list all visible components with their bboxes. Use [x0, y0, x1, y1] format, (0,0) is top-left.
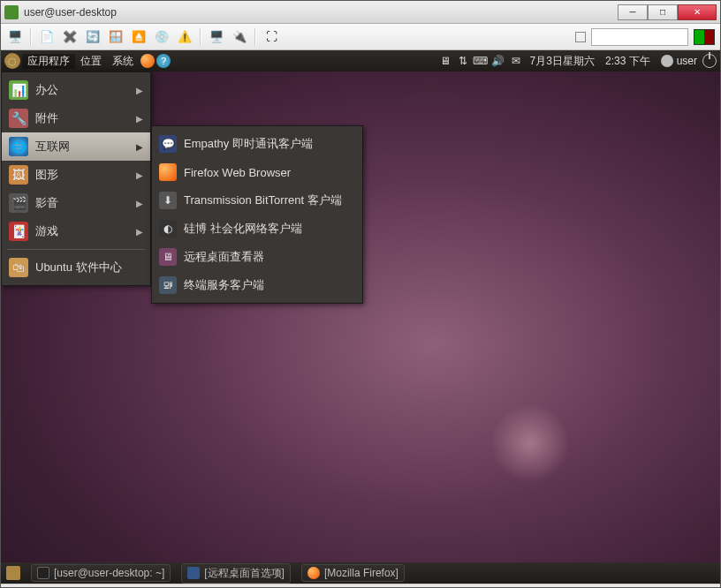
- guest-desktop[interactable]: ◌ 应用程序 位置 系统 ? 🖥 ⇅ ⌨ 🔊 ✉ 7月3日星期六 2:33 下午…: [1, 50, 720, 584]
- taskbar-item-terminal[interactable]: [user@user-desktop: ~]: [31, 564, 171, 582]
- firefox-icon: [159, 163, 177, 181]
- menu-label: 影音: [35, 195, 58, 211]
- checkbox[interactable]: [575, 32, 586, 42]
- menu-label: Ubuntu 软件中心: [35, 260, 122, 275]
- separator: [200, 28, 201, 46]
- submenu-arrow-icon: ▶: [136, 170, 143, 180]
- host-title: user@user-desktop: [24, 6, 618, 19]
- submenu-label: Firefox Web Browser: [184, 166, 291, 179]
- remote-desktop-icon: 🖥: [159, 248, 177, 266]
- submenu-label: Empathy 即时通讯客户端: [184, 136, 313, 152]
- gnome-top-panel: ◌ 应用程序 位置 系统 ? 🖥 ⇅ ⌨ 🔊 ✉ 7月3日星期六 2:33 下午…: [1, 50, 720, 72]
- network-icon[interactable]: 🔌: [231, 28, 248, 46]
- submenu-item-gwibber[interactable]: ◐ 硅博 社会化网络客户端: [152, 215, 362, 243]
- menu-item-internet[interactable]: 🌐 互联网 ▶: [2, 132, 150, 161]
- firefox-launcher-icon[interactable]: [140, 54, 155, 68]
- host-titlebar[interactable]: user@user-desktop ─ □ ✕: [1, 1, 720, 24]
- host-app-icon: [4, 5, 19, 19]
- submenu-item-firefox[interactable]: Firefox Web Browser: [152, 158, 362, 186]
- show-desktop-button[interactable]: [6, 566, 20, 580]
- menu-label: 游戏: [35, 223, 58, 239]
- disc-icon[interactable]: 💿: [153, 28, 171, 46]
- submenu-arrow-icon: ▶: [136, 142, 143, 152]
- menu-item-games[interactable]: 🃏 游戏 ▶: [2, 217, 150, 245]
- time-label[interactable]: 2:33 下午: [600, 54, 656, 69]
- menu-item-accessories[interactable]: 🔧 附件 ▶: [2, 104, 150, 132]
- help-icon[interactable]: ?: [156, 54, 171, 68]
- separator: [30, 28, 32, 46]
- screencast-icon[interactable]: 🖥️: [208, 28, 225, 46]
- transmission-icon: ⬇: [159, 192, 177, 209]
- username-label: user: [677, 55, 697, 67]
- menu-item-sound[interactable]: 🎬 影音 ▶: [2, 189, 150, 217]
- submenu-arrow-icon: ▶: [136, 199, 143, 208]
- submenu-item-terminal-server[interactable]: 🖳 终端服务客户端: [152, 271, 362, 299]
- separator: [254, 28, 256, 46]
- taskbar-item-remote-prefs[interactable]: [远程桌面首选项]: [181, 563, 291, 584]
- accessories-icon: 🔧: [9, 109, 28, 128]
- graphics-icon: 🖼: [9, 165, 28, 185]
- system-menu[interactable]: 系统: [107, 54, 139, 69]
- network-status-icon[interactable]: ⇅: [454, 55, 472, 67]
- power-icon[interactable]: [702, 54, 717, 68]
- warning-icon[interactable]: ⚠️: [176, 28, 194, 46]
- eject-icon[interactable]: ⏏️: [130, 28, 148, 46]
- refresh-icon[interactable]: 🔄: [84, 28, 102, 46]
- terminal-server-icon: 🖳: [159, 276, 177, 294]
- submenu-arrow-icon: ▶: [136, 86, 143, 95]
- task-label: [Mozilla Firefox]: [324, 567, 398, 579]
- submenu-label: 硅博 社会化网络客户端: [184, 221, 302, 237]
- menu-item-graphics[interactable]: 🖼 图形 ▶: [2, 161, 150, 189]
- volume-icon[interactable]: 🔊: [490, 55, 507, 67]
- empathy-icon: 💬: [159, 135, 177, 153]
- maximize-button[interactable]: □: [648, 4, 678, 20]
- date-label[interactable]: 7月3日星期六: [525, 54, 600, 69]
- submenu-item-remote-desktop[interactable]: 🖥 远程桌面查看器: [152, 243, 362, 271]
- monitor-icon[interactable]: 🖥️: [6, 28, 24, 46]
- office-icon: 📊: [9, 80, 28, 100]
- windows-icon[interactable]: 🪟: [107, 28, 125, 46]
- submenu-label: 远程桌面查看器: [184, 249, 264, 265]
- host-statusbar: [1, 584, 720, 587]
- gnome-bottom-panel: [user@user-desktop: ~] [远程桌面首选项] [Mozill…: [1, 562, 720, 584]
- wallpaper-glow: [490, 403, 570, 483]
- sound-icon: 🎬: [9, 193, 28, 213]
- applications-menu[interactable]: 应用程序: [22, 54, 75, 69]
- keyboard-icon[interactable]: ⌨: [472, 55, 490, 67]
- menu-item-software-center[interactable]: 🛍 Ubuntu 软件中心: [2, 253, 150, 282]
- settings-icon[interactable]: ✖️: [61, 28, 79, 46]
- display-icon[interactable]: 🖥: [436, 55, 454, 67]
- open-icon[interactable]: 📄: [38, 28, 56, 46]
- taskbar-item-firefox[interactable]: [Mozilla Firefox]: [301, 564, 405, 582]
- submenu-arrow-icon: ▶: [136, 227, 143, 237]
- task-label: [远程桌面首选项]: [204, 566, 285, 581]
- host-window: user@user-desktop ─ □ ✕ 🖥️ 📄 ✖️ 🔄 🪟 ⏏️ 💿…: [0, 0, 721, 588]
- places-menu[interactable]: 位置: [75, 54, 107, 69]
- window-controls: ─ □ ✕: [618, 4, 717, 20]
- mail-icon[interactable]: ✉: [507, 55, 525, 67]
- gwibber-icon: ◐: [159, 220, 177, 237]
- user-menu[interactable]: user: [656, 55, 702, 67]
- games-icon: 🃏: [9, 222, 28, 241]
- firefox-icon: [307, 567, 320, 579]
- menu-label: 图形: [35, 167, 58, 183]
- menu-label: 附件: [35, 110, 58, 126]
- applications-dropdown: 📊 办公 ▶ 🔧 附件 ▶ 🌐 互联网 ▶ 🖼 图形 ▶ 🎬 影音: [1, 72, 151, 286]
- submenu-item-empathy[interactable]: 💬 Empathy 即时通讯客户端: [152, 130, 362, 158]
- fullscreen-icon[interactable]: ⛶: [262, 28, 280, 46]
- host-toolbar: 🖥️ 📄 ✖️ 🔄 🪟 ⏏️ 💿 ⚠️ 🖥️ 🔌 ⛶: [1, 24, 720, 50]
- ubuntu-logo-icon[interactable]: ◌: [4, 53, 20, 69]
- activity-indicator: [694, 29, 715, 45]
- close-button[interactable]: ✕: [678, 4, 717, 20]
- host-search-input[interactable]: [591, 28, 688, 46]
- user-avatar-icon: [661, 55, 673, 67]
- menu-item-office[interactable]: 📊 办公 ▶: [2, 76, 150, 104]
- terminal-icon: [37, 567, 49, 579]
- menu-separator: [7, 249, 145, 250]
- internet-submenu: 💬 Empathy 即时通讯客户端 Firefox Web Browser ⬇ …: [151, 125, 363, 304]
- submenu-label: 终端服务客户端: [184, 277, 264, 293]
- software-center-icon: 🛍: [9, 258, 28, 277]
- submenu-item-transmission[interactable]: ⬇ Transmission BitTorrent 客户端: [152, 186, 362, 215]
- prefs-icon: [187, 567, 200, 579]
- minimize-button[interactable]: ─: [618, 4, 648, 20]
